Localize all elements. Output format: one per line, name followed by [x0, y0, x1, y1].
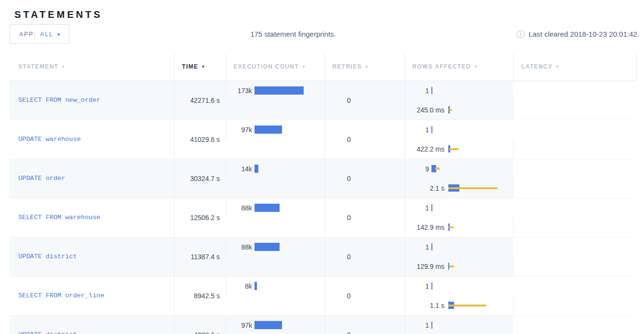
- table-row: SELECT FROM warehouse12506.2 s88k01142.9…: [10, 198, 636, 237]
- sort-arrow-icon: ▼: [201, 65, 205, 69]
- app-filter-value: ALL: [40, 31, 53, 38]
- exec-bar: [255, 282, 257, 290]
- lat-stddev-bar: [448, 187, 497, 189]
- lat-cell: 2.1 s: [404, 179, 513, 198]
- time-value: 11387.4 s: [191, 253, 220, 261]
- rows-value: 9: [405, 165, 429, 173]
- column-header-label: TIME: [182, 63, 199, 70]
- column-header-latency[interactable]: LATENCY▼: [513, 53, 636, 81]
- statement-link[interactable]: UPDATE warehouse: [18, 136, 81, 143]
- lat-stddev-bar: [448, 305, 486, 306]
- retries-cell: 0: [324, 315, 404, 334]
- rows-cell: 1: [404, 316, 513, 334]
- column-header-retries[interactable]: RETRIES▼: [324, 53, 404, 81]
- retries-cell: 0: [324, 198, 404, 237]
- time-cell: 41029.6 s: [174, 120, 226, 159]
- exec-cell: 8k: [226, 277, 324, 296]
- time-cell: 42271.6 s: [174, 81, 226, 120]
- exec-value: 97k: [226, 126, 252, 134]
- retries-cell: 0: [324, 81, 404, 120]
- rows-bar-area: [431, 81, 513, 100]
- column-header-statement[interactable]: STATEMENT▼: [10, 53, 174, 81]
- lat-bar-area: [448, 100, 513, 120]
- rows-value: 1: [405, 321, 429, 329]
- retries-cell: 0: [324, 120, 404, 159]
- retries-value: 0: [325, 136, 351, 143]
- lat-value: 129.9 ms: [405, 263, 444, 270]
- rows-value: 1: [405, 126, 429, 134]
- exec-bar: [255, 125, 282, 134]
- exec-bar-area: [255, 120, 324, 139]
- statements-table-body: SELECT FROM new_order42271.6 s173k01245.…: [10, 81, 636, 334]
- sort-arrow-icon: ▼: [61, 65, 66, 69]
- rows-value: 1: [405, 243, 429, 251]
- table-row: UPDATE district4228.6 s97k0143.6 ms: [10, 315, 636, 334]
- exec-cell: 88k: [226, 237, 324, 257]
- exec-cell: 14k: [226, 159, 324, 179]
- lat-bar-area: [448, 218, 513, 237]
- rows-bar-area: [431, 159, 513, 179]
- lat-bar-area: [448, 139, 513, 159]
- lat-value: 245.0 ms: [405, 106, 444, 114]
- lat-cell: 245.0 ms: [404, 100, 513, 120]
- time-cell: 12506.2 s: [174, 198, 226, 237]
- table-row: UPDATE district11387.4 s88k01129.9 ms: [10, 237, 636, 276]
- sort-arrow-icon: ▼: [302, 65, 306, 69]
- app-filter-dropdown[interactable]: APP: ALL ▾: [10, 24, 69, 44]
- rows-value: 1: [405, 204, 429, 212]
- sort-arrow-icon: ▼: [555, 65, 560, 69]
- rows-cell: 1: [404, 198, 513, 218]
- statement-cell: SELECT FROM order_line: [10, 276, 174, 315]
- lat-bar-area: [448, 257, 513, 276]
- lat-value: 2.1 s: [405, 184, 444, 192]
- column-header-label: STATEMENT: [18, 63, 58, 70]
- statements-table: STATEMENT▼TIME▼EXECUTION COUNT▼RETRIES▼R…: [10, 53, 636, 334]
- statement-link[interactable]: SELECT FROM order_line: [18, 292, 104, 299]
- statement-link[interactable]: SELECT FROM warehouse: [18, 214, 100, 221]
- column-header-time[interactable]: TIME▼: [174, 53, 226, 81]
- exec-bar-area: [255, 159, 324, 179]
- statement-link[interactable]: SELECT FROM new_order: [18, 97, 100, 104]
- column-header-label: RETRIES: [333, 63, 362, 70]
- exec-bar: [255, 243, 280, 251]
- rows-cell: 1: [404, 120, 513, 139]
- lat-cell: 422.2 ms: [404, 139, 513, 159]
- lat-cell: 142.9 ms: [404, 218, 513, 237]
- exec-bar: [255, 204, 280, 212]
- rows-bar-area: [431, 316, 513, 334]
- exec-bar: [255, 86, 304, 95]
- statement-cell: UPDATE district: [10, 237, 174, 276]
- info-icon[interactable]: i: [517, 30, 524, 38]
- statement-link[interactable]: UPDATE district: [18, 331, 77, 334]
- statement-cell: SELECT FROM warehouse: [10, 198, 174, 237]
- exec-bar-area: [255, 198, 324, 218]
- lat-stddev-bar: [449, 265, 454, 267]
- time-value: 42271.6 s: [190, 97, 220, 104]
- exec-cell: 97k: [226, 316, 324, 334]
- rows-cell: 1: [404, 277, 513, 296]
- chevron-down-icon: ▾: [57, 32, 60, 37]
- statement-cell: UPDATE district: [10, 315, 174, 334]
- retries-value: 0: [325, 214, 351, 222]
- exec-cell: 88k: [226, 198, 324, 218]
- fingerprint-count: 175 statement fingerprints.: [219, 24, 367, 44]
- rows-bar-area: [431, 237, 513, 257]
- column-header-label: EXECUTION COUNT: [234, 63, 299, 70]
- rows-bar: [431, 243, 432, 250]
- exec-cell: 173k: [226, 81, 324, 100]
- statement-cell: UPDATE order: [10, 159, 174, 198]
- time-cell: 4228.6 s: [174, 315, 226, 334]
- retries-value: 0: [325, 331, 351, 334]
- statement-link[interactable]: UPDATE order: [18, 175, 65, 182]
- time-value: 41029.6 s: [190, 136, 220, 143]
- last-cleared-text: Last cleared 2018-10-23 20:01:42.: [529, 30, 639, 38]
- exec-bar-area: [255, 277, 324, 296]
- retries-value: 0: [325, 292, 351, 300]
- column-header-execution-count[interactable]: EXECUTION COUNT▼: [226, 53, 324, 81]
- exec-value: 8k: [226, 282, 252, 290]
- time-cell: 11387.4 s: [174, 237, 226, 276]
- column-header-rows-affected[interactable]: ROWS AFFECTED▼: [404, 53, 513, 81]
- exec-bar: [255, 165, 258, 173]
- rows-cell: 1: [404, 81, 513, 100]
- statement-link[interactable]: UPDATE district: [18, 253, 77, 260]
